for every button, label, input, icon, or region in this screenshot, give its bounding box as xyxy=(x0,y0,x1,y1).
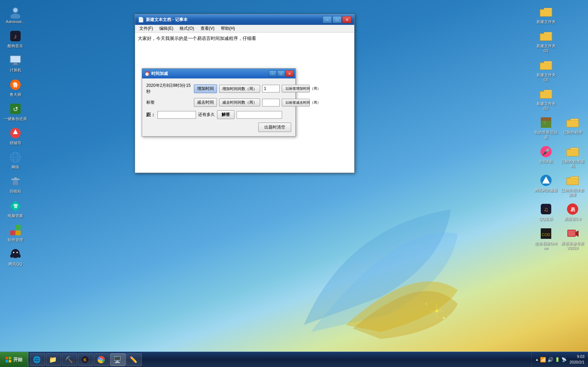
dialog-maximize-btn[interactable]: □ xyxy=(277,70,285,77)
computer-icon xyxy=(8,53,22,67)
desktop-icon-madedb[interactable]: 已制作程序数据库 xyxy=(560,172,585,199)
network-taskbar-icon: 🖥️ xyxy=(113,356,121,363)
windows-logo-icon xyxy=(6,357,11,362)
start-button[interactable]: 开始 xyxy=(0,352,28,367)
callofduty-label: 使命召唤Online xyxy=(534,241,558,250)
dialog-titlebar[interactable]: ⏰ 时间加减 ─ □ ✕ xyxy=(142,69,295,78)
brush-taskbar-icon: ✏️ xyxy=(130,356,137,363)
desktop-icon-admin[interactable]: Administr... xyxy=(3,4,28,26)
sub-label-btn[interactable]: 以标签减去时间（周） xyxy=(282,99,310,106)
svg-text:♪: ♪ xyxy=(14,33,17,40)
desktop-icon-emailmanager[interactable]: 管 电脑管家 xyxy=(3,198,28,220)
notepad-menubar: 文件(F) 编辑(E) 格式(O) 查看(V) 帮助(H) xyxy=(135,25,354,33)
newfolder1-icon xyxy=(539,5,553,19)
madeprogramsrc-icon xyxy=(566,145,580,159)
start-label: 开始 xyxy=(13,356,22,363)
notepad-menu-view[interactable]: 查看(V) xyxy=(198,25,217,32)
taskbar-item-chrome[interactable] xyxy=(94,353,110,366)
svg-text:🎤: 🎤 xyxy=(542,148,550,156)
emailmanager-icon: 管 xyxy=(8,199,22,213)
notepad-menu-file[interactable]: 文件(F) xyxy=(136,25,156,32)
screenrecorder-icon xyxy=(566,227,580,241)
taskbar-item-network[interactable]: 🖥️ xyxy=(110,353,126,366)
dialog-row-3: 距： 还有多久 解答 xyxy=(146,110,291,119)
madeprogram-icon xyxy=(566,116,580,130)
tray-arrow-icon[interactable]: ▲ xyxy=(535,358,539,361)
sub-weeks-input[interactable] xyxy=(262,99,280,106)
notepad-close-btn[interactable]: ✕ xyxy=(342,16,351,23)
madeprogramsrc-label: 已制作程序源码 xyxy=(561,159,584,168)
notepad-menu-help[interactable]: 帮助(H) xyxy=(218,25,238,32)
yiyuyan-icon: 易 xyxy=(566,202,580,216)
add-weeks-input[interactable] xyxy=(262,85,280,92)
wang-label: 网络 xyxy=(12,165,19,169)
system-clock[interactable]: 9:03 2020/2/1 xyxy=(569,354,584,365)
myworld-icon xyxy=(539,116,553,130)
desktop-icon-wanghu[interactable]: 猎辅导 xyxy=(3,125,28,147)
jieda-btn[interactable]: 解答 xyxy=(217,110,234,119)
notepad-minimize-btn[interactable]: ─ xyxy=(323,16,332,23)
clear-btn[interactable]: 出题时清空 xyxy=(258,123,291,132)
desktop-icon-callofduty[interactable]: COD 使命召唤Online xyxy=(533,225,559,252)
distance-label: 距： xyxy=(146,112,155,118)
desktop-icon-quanminkaige[interactable]: 🎤 全民K歌 xyxy=(533,143,559,170)
distance-input[interactable] xyxy=(158,111,196,119)
sub-weeks-btn[interactable]: 减去时间间数（周） xyxy=(219,98,260,106)
desktop-icon-qqmusic[interactable]: ♪ 酷狗音乐 xyxy=(3,28,28,50)
desktop-icon-yiyuyan[interactable]: 易 易语言5.9 xyxy=(560,201,585,223)
add-label-btn[interactable]: 以标签增加时间（周） xyxy=(282,85,310,92)
sub-time-label: 标签 xyxy=(146,99,192,105)
svg-point-35 xyxy=(10,254,13,258)
notepad-menu-edit[interactable]: 编辑(E) xyxy=(156,25,176,32)
tencentacc-label: 腾讯网加速器 xyxy=(534,188,558,193)
notepad-icon: 📄 xyxy=(138,17,144,22)
desktop-icons-right: 新建文件夹 新建文件夹 (2) 新建文件夹 (3) xyxy=(533,4,585,252)
add-time-btn[interactable]: 增加时间 xyxy=(194,84,217,93)
desktop-icon-qqmusic2[interactable]: ♫ QQ音乐 xyxy=(533,201,559,223)
svg-point-1 xyxy=(426,303,427,305)
svg-rect-28 xyxy=(10,225,15,230)
system-tray: ▲ 📶 🔊 🔋 📡 9:03 2020/2/1 xyxy=(531,352,588,367)
taskbar-items: 🌐 📁 ⛏️ K xyxy=(28,352,531,367)
svg-point-6 xyxy=(10,14,20,19)
yijianhuiyuan-icon: ↺ xyxy=(8,102,22,116)
svg-point-2 xyxy=(443,317,445,319)
desktop-icon-madeprogram[interactable]: 已制作程序 xyxy=(560,114,585,141)
jieda-result[interactable] xyxy=(237,111,282,119)
desktop-icon-wang[interactable]: 网络 xyxy=(3,149,28,171)
tray-volume-icon[interactable]: 🔊 xyxy=(547,357,553,362)
desktop-icon-newfolder4[interactable]: 新建文件夹 (5) xyxy=(533,85,559,112)
taskbar-item-folder[interactable]: 📁 xyxy=(46,353,61,366)
desktop-icon-newfolder3[interactable]: 新建文件夹 (3) xyxy=(533,57,559,83)
admin-icon xyxy=(8,5,22,19)
svg-rect-12 xyxy=(14,63,17,64)
svg-rect-55 xyxy=(6,360,8,362)
desktop-icon-screenrecorder[interactable]: 屏幕录像专家V2019 xyxy=(560,225,585,252)
dialog-close-btn[interactable]: ✕ xyxy=(286,70,293,77)
desktop-icon-madeprogramsrc[interactable]: 已制作程序源码 xyxy=(560,143,585,170)
notepad-titlebar[interactable]: 📄 新建文本文档 - 记事本 ─ □ ✕ xyxy=(135,14,354,25)
taskbar-item-qqpinyin[interactable]: K xyxy=(78,353,93,366)
svg-rect-52 xyxy=(568,230,575,236)
folder-taskbar-icon: 📁 xyxy=(49,356,57,363)
desktop-icon-qqchat[interactable]: 腾讯QQ xyxy=(3,246,28,268)
desktop-icon-tencentacc[interactable]: 腾讯网加速器 xyxy=(533,172,559,199)
qqmusic2-label: QQ音乐 xyxy=(539,217,553,221)
desktop-icon-newfolder1[interactable]: 新建文件夹 xyxy=(533,4,559,26)
quanminkaige-label: 全民K歌 xyxy=(539,159,553,164)
desktop-icon-newfolder2[interactable]: 新建文件夹 (2) xyxy=(533,28,559,54)
sub-time-btn[interactable]: 减去时间 xyxy=(194,98,217,107)
desktop-icon-recycle[interactable]: 回收站 xyxy=(3,173,28,195)
add-weeks-btn[interactable]: 增加时间间数（周） xyxy=(219,85,260,93)
notepad-maximize-btn[interactable]: □ xyxy=(332,16,342,23)
desktop-icon-yijianhuiyuan[interactable]: ↺ 一键备份还原 xyxy=(3,101,28,123)
notepad-menu-format[interactable]: 格式(O) xyxy=(177,25,197,32)
taskbar-item-brush[interactable]: ✏️ xyxy=(126,353,142,366)
desktop-icon-ludashen[interactable]: 鲁 鲁大师 xyxy=(3,76,28,98)
taskbar-item-ie[interactable]: 🌐 xyxy=(30,353,45,366)
taskbar-item-minecraft[interactable]: ⛏️ xyxy=(62,353,77,366)
dialog-minimize-btn[interactable]: ─ xyxy=(269,70,276,77)
desktop-icon-software[interactable]: 软件管理 xyxy=(3,222,28,244)
desktop-icon-myworld[interactable]: 我的世界启动器 xyxy=(533,114,559,141)
desktop-icon-computer[interactable]: 计算机 xyxy=(3,52,28,74)
